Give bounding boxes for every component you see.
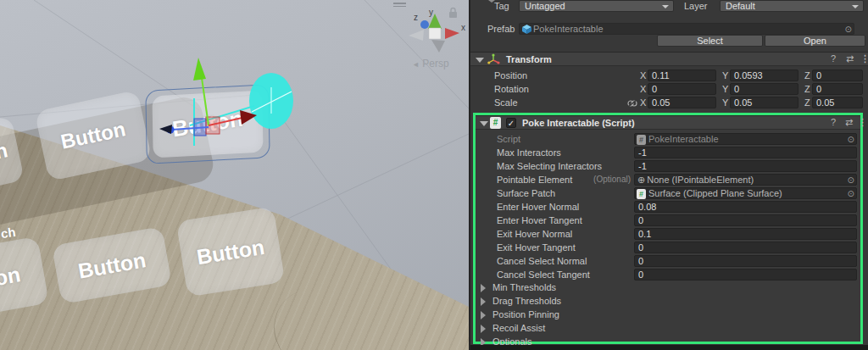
transform-rotation-y-field[interactable]: 0 [730,83,798,95]
axis-neg-x-cone [409,30,424,41]
foldout-caret-icon[interactable] [476,58,484,63]
transform-scale-z-field[interactable]: 0.05 [812,97,863,108]
transform-header[interactable]: Transform ? ⇄ ⋮ [470,52,868,66]
field-label: Cancel Select Tangent [497,269,590,281]
field-value[interactable]: ⊕None (IPointableElement)⊙ [634,174,857,186]
foldout-label[interactable]: Drag Thresholds [492,296,561,307]
transform-rotation-x-field[interactable]: 0 [648,83,716,95]
field-value[interactable]: #PokeInteractable⊙ [634,133,857,145]
foldout-caret-icon[interactable] [481,284,486,292]
optional-tag: (Optional) [556,174,631,186]
transform-position-z-field[interactable]: 0 [812,69,863,81]
transform-title: Transform [506,54,552,65]
object-picker-icon[interactable]: ⊙ [848,189,854,198]
object-field-text: PokeInteractable [648,134,719,144]
object-picker-icon[interactable]: ⊙ [845,25,852,34]
chevron-down-icon [662,5,669,8]
transform-scale-y-field[interactable]: 0.05 [730,97,798,108]
field-label: Exit Hover Normal [497,229,572,240]
axis-x-label: X [640,70,646,81]
foldout-caret-icon[interactable] [481,325,486,333]
object-picker-icon[interactable]: ⊙ [848,135,854,144]
poke-header[interactable]: # ✓ Poke Interactable (Script) ? ⇄ ⋮ [476,115,860,130]
persp-arrow-icon: ◄ [412,60,420,69]
prefab-select-button[interactable]: Select [657,35,763,47]
lock-icon [449,8,457,19]
field-value[interactable]: 0 [634,269,857,281]
field-value[interactable]: 0 [634,242,857,253]
scene-button-label: Button [0,262,22,298]
selected-button-object[interactable]: Button [152,91,263,158]
axis-z-label: z [414,13,418,22]
field-label: Enter Hover Tangent [497,215,582,226]
axis-neg-z-cone [431,40,445,53]
transform-rotation-z-field[interactable]: 0 [812,83,863,95]
prefab-open-button[interactable]: Open [765,35,865,47]
field-value[interactable]: 0.08 [634,201,857,213]
foldout-caret-icon[interactable] [481,311,486,319]
selected-button-label: Button [171,106,245,143]
field-value[interactable]: 0 [634,214,857,226]
axis-z-label: Z [804,84,810,95]
layer-label: Layer [684,1,708,12]
scene-view[interactable]: ButtonButtonButtonButtonButton ch Button [0,0,469,350]
axis-y-label: Y [722,84,728,95]
unity-editor-window: ButtonButtonButtonButtonButton ch Button [0,0,868,350]
axis-y-label: y [429,8,433,17]
tag-dropdown[interactable]: Untagged [519,0,674,12]
field-label: Enter Hover Normal [497,202,579,213]
field-value[interactable]: -1 [634,147,857,158]
kebab-menu-icon[interactable]: ⋮ [858,116,867,129]
presets-icon[interactable]: ⇄ [845,116,853,129]
axis-z-ball [420,20,429,29]
poke-interactable-component: # ✓ Poke Interactable (Script) ? ⇄ ⋮ Scr… [473,113,863,344]
scene-button-label: Button [195,234,266,269]
presets-icon[interactable]: ⇄ [846,53,854,65]
prefab-field[interactable]: PokeInteractable ⊙ [519,23,854,35]
chevron-down-icon [852,5,859,8]
scale-link-icon[interactable] [627,99,637,108]
field-value[interactable]: -1 [634,160,857,172]
object-picker-icon[interactable]: ⊙ [848,175,854,185]
field-label: Exit Hover Tangent [497,242,576,253]
field-value[interactable]: 0 [634,255,857,267]
transform-scale-x-field[interactable]: 0.05 [648,97,716,108]
scene-orientation-gizmo[interactable]: y z x [405,3,469,63]
overlay-handle-icon[interactable] [393,3,406,8]
scene-button-label: Button [0,138,10,175]
transform-row-label: Rotation [494,84,529,95]
poke-title: Poke Interactable (Script) [522,118,635,129]
axis-z-label: Z [804,97,810,108]
prefab-label: Prefab [487,24,515,35]
object-field-text: Surface (Clipped Plane Surface) [648,188,782,198]
prefab-cube-icon [522,25,531,34]
component-enabled-checkbox[interactable]: ✓ [506,118,516,128]
inspector-bottom-strip [470,345,868,350]
foldout-label[interactable]: Min Thresholds [492,282,556,293]
axis-x-cone [445,28,459,39]
axis-y-label: Y [722,97,728,108]
scene-button-label: Button [76,247,147,284]
field-label: Surface Patch [497,188,555,199]
layer-dropdown[interactable]: Default [720,0,864,12]
scene-button-object[interactable]: Button [176,206,286,297]
foldout-label[interactable]: Position Pinning [492,309,559,320]
gizmo-cube [429,28,441,39]
transform-position-y-field[interactable]: 0.0593 [730,69,798,81]
tag-label: Tag [494,1,509,12]
field-value[interactable]: 0.1 [634,228,857,240]
object-circle-icon: ⊕ [637,175,645,185]
field-value[interactable]: #Surface (Clipped Plane Surface)⊙ [634,187,857,199]
transform-row-label: Scale [494,97,518,108]
script-icon: # [637,135,646,145]
foldout-label[interactable]: Recoil Assist [492,323,545,334]
help-icon[interactable]: ? [831,53,836,65]
transform-position-x-field[interactable]: 0.11 [648,69,716,81]
field-label: Max Interactors [497,147,561,158]
perspective-toggle[interactable]: ◄ Persp [412,58,449,69]
kebab-menu-icon[interactable]: ⋮ [860,53,868,65]
help-icon[interactable]: ? [831,116,836,129]
object-field-text: None (IPointableElement) [647,175,754,185]
foldout-caret-icon[interactable] [480,121,488,126]
foldout-caret-icon[interactable] [481,297,486,306]
